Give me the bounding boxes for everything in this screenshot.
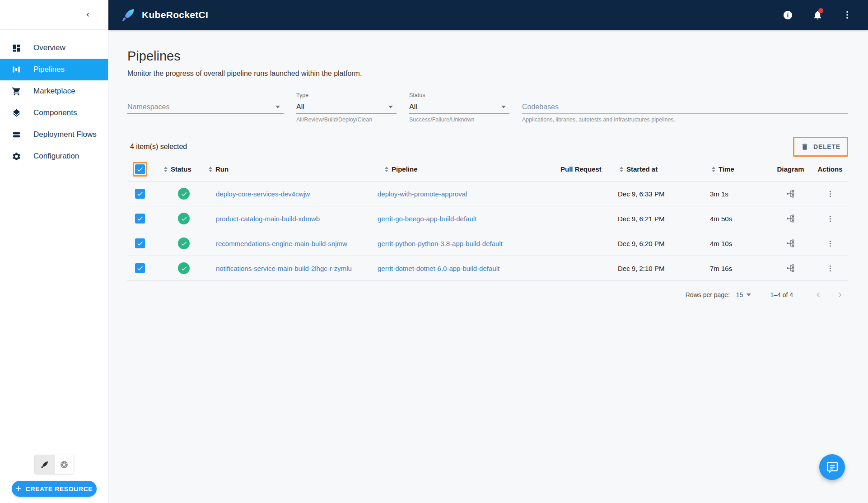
sort-icon[interactable] <box>385 167 388 172</box>
status-success-icon <box>178 213 190 224</box>
started-at-cell: Dec 9, 2:10 PM <box>609 265 708 272</box>
diagram-icon[interactable] <box>783 210 799 227</box>
pipeline-link[interactable]: gerrit-python-python-3.8-app-build-defau… <box>378 240 503 247</box>
time-cell: 7m 16s <box>708 265 769 272</box>
check-icon <box>136 240 144 247</box>
dashboard-icon <box>11 42 22 53</box>
sidebar-item-label: Pipelines <box>33 65 65 74</box>
gear-icon <box>11 151 22 162</box>
sort-icon[interactable] <box>209 167 212 172</box>
row-actions-kebab-icon[interactable] <box>822 260 838 276</box>
kebab-menu-icon[interactable] <box>838 6 856 24</box>
kubernetes-mode-button[interactable] <box>54 455 74 474</box>
run-link[interactable]: notifications-service-main-build-2lhgc-r… <box>216 265 352 272</box>
plus-icon: + <box>16 484 22 493</box>
sidebar-item-marketplace[interactable]: Marketplace <box>0 80 108 102</box>
sidebar-item-deployment-flows[interactable]: Deployment Flows <box>0 124 108 145</box>
rocket-feather-icon <box>40 460 49 469</box>
row-actions-kebab-icon[interactable] <box>822 186 838 202</box>
time-cell: 4m 10s <box>708 240 769 247</box>
create-resource-button[interactable]: + CREATE RESOURCE <box>12 481 97 497</box>
notification-badge <box>818 8 823 13</box>
type-filter[interactable]: Type All All/Review/Build/Deploy/Clean <box>296 92 397 123</box>
sidebar-header <box>0 0 108 30</box>
diagram-icon[interactable] <box>783 235 799 252</box>
sidebar-collapse-button[interactable] <box>80 7 95 23</box>
row-checkbox[interactable] <box>135 263 145 273</box>
sort-icon[interactable] <box>620 167 623 172</box>
pagination-range: 1–4 of 4 <box>770 291 793 298</box>
started-at-cell: Dec 9, 6:33 PM <box>609 190 708 198</box>
run-link[interactable]: product-catalog-main-build-xdmwb <box>216 215 320 223</box>
row-checkbox[interactable] <box>135 238 145 248</box>
status-success-icon <box>178 262 190 274</box>
chevron-left-icon <box>813 290 823 300</box>
table-row: recommendations-engine-main-build-snjmw … <box>127 231 848 256</box>
status-success-icon <box>178 238 190 249</box>
chevron-right-icon <box>835 290 845 300</box>
diagram-icon[interactable] <box>783 186 799 202</box>
sidebar-item-components[interactable]: Components <box>0 102 108 124</box>
run-link[interactable]: recommendations-engine-main-build-snjmw <box>216 240 347 247</box>
annotation-highlight-delete: DELETE <box>793 137 848 157</box>
table-header-row: Status Run Pipeline Pull Request Started… <box>127 157 848 182</box>
row-checkbox[interactable] <box>135 189 145 199</box>
column-header-time[interactable]: Time <box>708 165 769 173</box>
select-all-checkbox[interactable] <box>135 164 145 174</box>
kuberocketci-mode-button[interactable] <box>35 455 54 474</box>
status-filter[interactable]: Status All Success/Failure/Unknown <box>409 92 509 123</box>
sidebar-item-pipelines[interactable]: Pipelines <box>0 59 108 80</box>
type-filter-helper: All/Review/Build/Deploy/Clean <box>296 116 397 123</box>
chevron-down-icon <box>747 293 751 296</box>
trash-icon <box>801 143 809 151</box>
started-at-cell: Dec 9, 6:21 PM <box>609 215 708 223</box>
status-filter-label: Status <box>409 92 509 100</box>
sidebar-item-label: Marketplace <box>33 87 75 96</box>
sort-icon[interactable] <box>712 167 715 172</box>
pipelines-icon <box>11 64 22 75</box>
delete-button[interactable]: DELETE <box>795 139 846 154</box>
rows-per-page-select[interactable]: 15 <box>736 291 751 298</box>
sort-icon[interactable] <box>164 167 168 172</box>
sidebar-item-label: Components <box>33 108 77 117</box>
notifications-bell-icon[interactable] <box>808 6 826 24</box>
table-body: deploy-core-services-dev4cwjw deploy-wit… <box>127 182 848 281</box>
diagram-icon[interactable] <box>783 260 799 276</box>
row-checkbox[interactable] <box>135 214 145 224</box>
column-header-diagram: Diagram <box>769 165 812 173</box>
pipeline-link[interactable]: deploy-with-promote-approval <box>378 190 467 198</box>
column-header-pipeline[interactable]: Pipeline <box>374 165 555 173</box>
table-row: deploy-core-services-dev4cwjw deploy-wit… <box>127 182 848 206</box>
sidebar-nav: Overview Pipelines Marketplace Component… <box>0 37 108 167</box>
filters-bar: Namespaces Type All All/Review/Build/Dep… <box>127 92 848 123</box>
next-page-button[interactable] <box>832 287 848 303</box>
app-bar: KubeRocketCI <box>108 0 868 30</box>
check-icon <box>136 190 144 197</box>
run-link[interactable]: deploy-core-services-dev4cwjw <box>216 190 310 198</box>
check-icon <box>136 215 144 222</box>
pipeline-link[interactable]: gerrit-go-beego-app-build-default <box>378 215 476 223</box>
row-actions-kebab-icon[interactable] <box>822 235 838 252</box>
column-header-run[interactable]: Run <box>207 165 374 173</box>
chat-fab-button[interactable] <box>819 454 845 480</box>
app-title: KubeRocketCI <box>142 9 208 20</box>
page-title: Pipelines <box>127 49 848 64</box>
column-header-started-at[interactable]: Started at <box>609 165 708 173</box>
annotation-highlight-select-all <box>133 162 147 177</box>
brand: KubeRocketCI <box>121 8 208 22</box>
sidebar-item-configuration[interactable]: Configuration <box>0 145 108 167</box>
chevron-left-icon <box>84 11 92 19</box>
previous-page-button[interactable] <box>810 287 826 303</box>
row-actions-kebab-icon[interactable] <box>822 210 838 227</box>
chevron-down-icon <box>501 106 506 108</box>
sidebar-item-overview[interactable]: Overview <box>0 37 108 59</box>
rows-per-page-label: Rows per page: <box>686 291 730 298</box>
delete-label: DELETE <box>813 143 840 150</box>
namespaces-filter[interactable]: Namespaces <box>127 92 284 114</box>
pipeline-link[interactable]: gerrit-dotnet-dotnet-6.0-app-build-defau… <box>378 265 499 272</box>
column-header-status[interactable]: Status <box>153 165 207 173</box>
codebases-filter[interactable]: Codebases Applications, libraries, autot… <box>522 92 848 123</box>
table-row: notifications-service-main-build-2lhgc-r… <box>127 256 848 281</box>
info-icon[interactable] <box>779 6 797 24</box>
sidebar-item-label: Deployment Flows <box>33 130 97 139</box>
